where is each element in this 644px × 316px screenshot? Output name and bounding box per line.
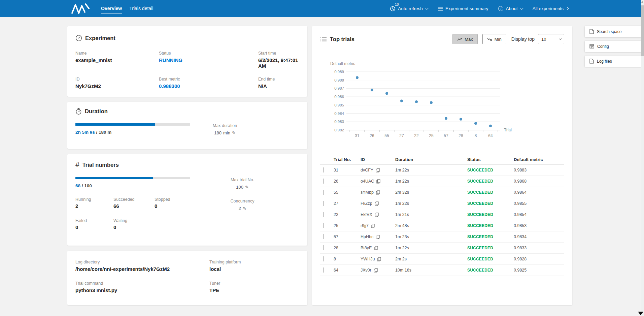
expand-row-icon[interactable] — [324, 179, 324, 184]
config-button[interactable]: Config — [585, 41, 641, 52]
min-button-label: Min — [495, 37, 502, 42]
min-toggle-button[interactable]: Min — [482, 34, 506, 44]
status-cell: SUCCEEDED — [467, 234, 514, 239]
display-top-value: 10 — [541, 37, 546, 42]
scrollbar-thumb[interactable] — [641, 5, 644, 56]
field-label: Log directory — [75, 260, 209, 264]
duration-total: / 180 m — [95, 130, 112, 135]
max-toggle-button[interactable]: Max — [452, 34, 478, 44]
table-row: 64 JXv0r 10m 16s SUCCEEDED 0.9825 — [320, 265, 564, 276]
svg-text:Trial: Trial — [504, 128, 512, 132]
field-label: Training platform — [209, 260, 299, 264]
max-duration-label: Max duration — [209, 123, 241, 128]
edit-max-trial-icon[interactable]: ✎ — [245, 185, 249, 190]
expand-row-icon[interactable] — [324, 167, 324, 172]
display-top-select[interactable]: 10 — [538, 34, 564, 44]
top-trials-title: Top trials — [330, 36, 354, 42]
field-start-time: Start time 6/2/2021, 9:47:01 AM — [258, 51, 299, 69]
col-status: Status — [467, 157, 514, 162]
expand-row-icon[interactable] — [324, 245, 324, 250]
tab-overview[interactable]: Overview — [101, 4, 122, 13]
stat-value: 0 — [113, 224, 155, 230]
trials-progress-fill — [75, 177, 153, 179]
stat-label: Failed — [75, 218, 113, 223]
copy-icon[interactable] — [376, 179, 380, 184]
auto-refresh-control[interactable]: 10 Auto refresh — [390, 6, 428, 11]
edit-concurrency-icon[interactable]: ✎ — [243, 206, 246, 211]
field-value: /home/core/nni-experiments/Nyk7GzM2 — [75, 266, 209, 272]
copy-icon[interactable] — [376, 235, 380, 239]
trial-id-cell: Bt8yE — [361, 246, 372, 250]
field-label: Status — [159, 51, 258, 56]
all-experiments-label: All experiments — [533, 6, 564, 11]
field-value: TPE — [209, 287, 299, 293]
stat-waiting: Waiting 0 — [113, 218, 155, 230]
svg-text:25: 25 — [429, 133, 434, 138]
field-id: ID Nyk7GzM2 — [75, 77, 159, 89]
stat-value: 0 — [75, 224, 113, 230]
copy-icon[interactable] — [374, 268, 378, 273]
table-row: 57 HpHbc 1m 23s SUCCEEDED 0.9834 — [320, 231, 564, 243]
expand-row-icon[interactable] — [324, 256, 324, 261]
svg-text:0.986: 0.986 — [334, 95, 344, 99]
status-cell: SUCCEEDED — [467, 168, 514, 172]
copy-icon[interactable] — [375, 201, 379, 206]
expand-row-icon[interactable] — [324, 223, 324, 228]
tab-trials-detail[interactable]: Trials detail — [129, 4, 153, 13]
status-cell: SUCCEEDED — [467, 201, 514, 206]
trial-id-cell: dvCFY — [361, 168, 373, 172]
scroll-down-arrow-icon[interactable] — [638, 312, 643, 315]
table-row: 55 sYMbp 2m 32s SUCCEEDED 0.9864 — [320, 187, 564, 198]
table-row: 28 Bt8yE 1m 22s SUCCEEDED 0.9833 — [320, 243, 564, 254]
auto-refresh-label: Auto refresh — [398, 6, 423, 11]
search-space-button[interactable]: Search space — [585, 26, 641, 37]
refresh-clock-icon: 10 — [390, 6, 396, 11]
metric-cell: 0.9853 — [514, 223, 564, 228]
metric-cell: 0.9868 — [514, 179, 564, 184]
copy-icon[interactable] — [377, 257, 381, 261]
trials-total: / 100 — [80, 183, 92, 188]
copy-icon[interactable] — [374, 246, 378, 250]
trial-no-cell: 26 — [334, 179, 361, 184]
expand-row-icon[interactable] — [324, 212, 324, 217]
all-experiments-link[interactable]: All experiments — [533, 6, 568, 11]
svg-text:Default metric: Default metric — [330, 61, 355, 66]
copy-icon[interactable] — [371, 224, 375, 228]
metric-cell: 0.9854 — [514, 212, 564, 217]
copy-icon[interactable] — [375, 213, 379, 217]
field-label: Tuner — [209, 281, 299, 286]
vertical-scrollbar[interactable] — [641, 0, 644, 316]
copy-icon[interactable] — [376, 190, 380, 195]
trial-no-cell: 27 — [334, 201, 361, 206]
field-value: 0.988300 — [159, 83, 258, 89]
log-files-button[interactable]: Log files — [585, 56, 641, 67]
expand-row-icon[interactable] — [324, 267, 324, 273]
metric-cell: 0.9825 — [514, 268, 564, 273]
svg-text:0.984: 0.984 — [334, 112, 344, 116]
field-label: Start time — [258, 51, 299, 56]
duration-cell: 1m 22s — [395, 246, 467, 250]
svg-text:22: 22 — [414, 133, 419, 138]
field-best-metric: Best metric 0.988300 — [159, 77, 258, 89]
edit-max-duration-icon[interactable]: ✎ — [232, 130, 236, 135]
trial-numbers-panel-title: Trial numbers — [82, 162, 119, 168]
col-id: ID — [361, 157, 395, 162]
trial-no-cell: 55 — [334, 190, 361, 195]
duration-panel-title: Duration — [85, 108, 108, 115]
table-row: 27 FkZzp 1m 22s SUCCEEDED 0.9855 — [320, 198, 564, 209]
metric-cell: 0.9855 — [514, 201, 564, 206]
svg-text:0.982: 0.982 — [334, 128, 344, 132]
expand-row-icon[interactable] — [324, 234, 324, 239]
max-duration-value: 180 — [214, 130, 222, 135]
copy-icon[interactable] — [376, 168, 380, 172]
scroll-up-arrow-icon[interactable] — [641, 1, 643, 3]
stat-label: Stopped — [155, 197, 207, 202]
expand-row-icon[interactable] — [324, 190, 324, 195]
stat-failed: Failed 0 — [75, 218, 113, 230]
duration-cell: 2m 48s — [395, 223, 467, 228]
expand-row-icon[interactable] — [324, 201, 324, 206]
field-training-platform: Training platform local — [209, 260, 299, 272]
experiment-summary-button[interactable]: Experiment summary — [438, 6, 488, 11]
concurrency-label: Concurrency — [226, 199, 259, 203]
about-menu[interactable]: i About — [498, 6, 522, 11]
